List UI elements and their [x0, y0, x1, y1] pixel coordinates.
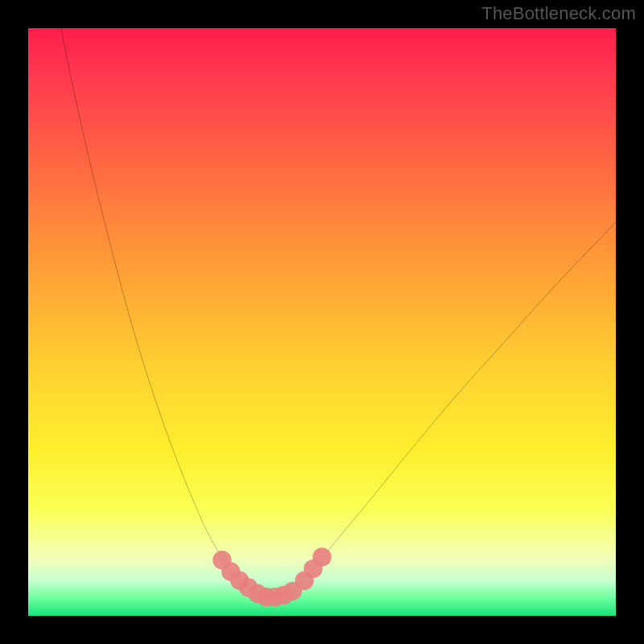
watermark-text: TheBottleneck.com: [481, 3, 636, 24]
highlight-markers: [213, 547, 331, 606]
chart-overlay: [28, 28, 616, 616]
bottleneck-curve: [61, 28, 616, 598]
highlight-dot: [312, 547, 331, 566]
chart-frame: TheBottleneck.com: [0, 0, 644, 644]
plot-area: [28, 28, 616, 616]
